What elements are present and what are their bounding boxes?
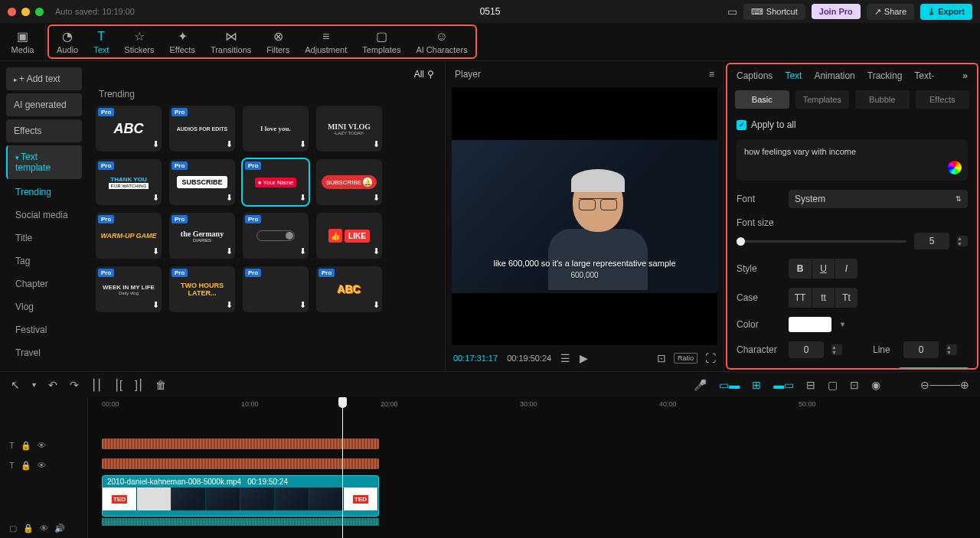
line-value[interactable]: 0 (903, 341, 939, 358)
sidebar-title[interactable]: Title (6, 228, 82, 248)
crop-icon[interactable]: ⊡ (657, 352, 666, 364)
download-icon[interactable]: ⬇ (226, 193, 233, 203)
text-track-2-header[interactable]: T🔒👁 (0, 455, 87, 475)
template-card-8[interactable]: ProWARM-UP GAME⬇ (96, 213, 162, 259)
subtab-templates[interactable]: Templates (795, 90, 850, 109)
tab-audio[interactable]: ◔Audio (49, 26, 86, 57)
save-preset-button[interactable]: Save as preset (898, 367, 969, 368)
sidebar-festival[interactable]: Festival (6, 320, 82, 340)
timeline-ruler[interactable]: 00:00 10:00 20:00 30:00 40:00 50:00 (88, 397, 980, 412)
play-button[interactable]: ▶ (580, 352, 588, 364)
share-button[interactable]: ↗Share (867, 4, 914, 20)
character-value[interactable]: 0 (789, 341, 824, 358)
download-icon[interactable]: ⬇ (152, 246, 159, 256)
text-content-input[interactable]: how feelings vary with income (737, 139, 968, 181)
filter-all[interactable]: All⚲ (414, 69, 434, 80)
tab-templates[interactable]: ▢Templates (354, 26, 408, 57)
download-icon[interactable]: ⬇ (299, 139, 306, 149)
split-right-tool[interactable]: ]⎮ (135, 379, 143, 391)
ratio-button[interactable]: Ratio (674, 353, 697, 364)
color-wheel-icon[interactable] (948, 161, 962, 174)
fullscreen-icon[interactable]: ⛶ (705, 352, 716, 364)
download-icon[interactable]: ⬇ (373, 300, 380, 310)
character-stepper[interactable]: ▲▼ (831, 344, 842, 355)
template-card-2[interactable]: I love you.⬇ (243, 106, 309, 152)
download-icon[interactable]: ⬇ (152, 139, 159, 149)
minimize-window[interactable] (21, 8, 30, 16)
pointer-dropdown[interactable]: ▾ (32, 380, 36, 389)
sidebar-travel[interactable]: Travel (6, 343, 82, 363)
undo-button[interactable]: ↶ (48, 379, 57, 391)
export-button[interactable]: ⤓Export (920, 4, 972, 20)
tab-ai-characters[interactable]: ☺AI Characters (408, 26, 475, 57)
download-icon[interactable]: ⬇ (299, 300, 306, 310)
subtab-basic[interactable]: Basic (735, 90, 789, 109)
tab-text-inspector[interactable]: Text (785, 70, 802, 81)
snap-icon[interactable]: ▬▭ (773, 379, 794, 391)
template-card-9[interactable]: Prothe GermanyDIARIES⬇ (169, 213, 235, 259)
tab-animation[interactable]: Animation (814, 70, 854, 81)
apply-all-checkbox[interactable]: ✓ (737, 120, 746, 130)
case-upper[interactable]: TT (789, 288, 812, 308)
subtab-bubble[interactable]: Bubble (855, 90, 910, 109)
player-menu-icon[interactable]: ≡ (709, 69, 714, 80)
track-toggle-icon[interactable]: ◉ (871, 379, 880, 391)
playhead[interactable] (342, 397, 343, 538)
delete-tool[interactable]: 🗑 (155, 379, 166, 391)
tab-text-more[interactable]: Text- (914, 70, 934, 81)
tab-effects[interactable]: ✦Effects (162, 26, 202, 57)
italic-button[interactable]: I (835, 259, 858, 279)
tab-media[interactable]: ▣ Media (0, 23, 46, 60)
audio-waveform[interactable] (102, 518, 379, 526)
tab-overflow-icon[interactable]: » (962, 70, 968, 81)
template-card-14[interactable]: Pro⬇ (243, 266, 309, 312)
download-icon[interactable]: ⬇ (226, 300, 233, 310)
zoom-fit-icon[interactable]: ⊡ (850, 379, 859, 391)
template-card-4[interactable]: ProTHANK YOUFOR WATCHING⬇ (96, 159, 162, 205)
download-icon[interactable]: ⬇ (152, 193, 159, 203)
case-lower[interactable]: tt (812, 288, 835, 308)
ai-generated-button[interactable]: AI generated (6, 93, 82, 116)
sidebar-tag[interactable]: Tag (6, 251, 82, 271)
join-pro-button[interactable]: Join Pro (812, 4, 861, 19)
link-icon[interactable]: ⊞ (752, 379, 761, 391)
subtab-effects[interactable]: Effects (916, 90, 970, 109)
sidebar-trending[interactable]: Trending (6, 182, 82, 202)
fontsize-stepper[interactable]: ▲▼ (957, 236, 968, 246)
sidebar-social[interactable]: Social media (6, 205, 82, 225)
case-title[interactable]: Tt (835, 288, 858, 308)
sidebar-chapter[interactable]: Chapter (6, 274, 82, 294)
download-icon[interactable]: ⬇ (373, 139, 380, 149)
tab-tracking[interactable]: Tracking (867, 70, 903, 81)
color-dropdown-icon[interactable]: ▼ (839, 321, 846, 328)
magnet-icon[interactable]: ▭▬ (719, 379, 740, 391)
template-card-15[interactable]: ProABC⬇ (316, 266, 382, 312)
tab-stickers[interactable]: ☆Stickers (116, 26, 162, 57)
text-track-1-header[interactable]: T🔒👁 (0, 435, 87, 455)
download-icon[interactable]: ⬇ (226, 246, 233, 256)
split-tool[interactable]: ⎮⎮ (91, 379, 102, 391)
font-select[interactable]: System⇅ (789, 190, 968, 208)
video-clip[interactable]: 2010-daniel-kahneman-008-5000k.mp4 00:19… (102, 475, 379, 517)
list-view-icon[interactable]: ☰ (560, 352, 570, 364)
split-left-tool[interactable]: ⎮[ (114, 379, 122, 391)
bold-button[interactable]: B (789, 259, 812, 279)
text-track-1-clip[interactable] (102, 439, 379, 449)
template-card-5[interactable]: ProSUBSCRIBE⬇ (169, 159, 235, 205)
tab-adjustment[interactable]: ≡Adjustment (297, 26, 354, 57)
tab-captions[interactable]: Captions (737, 70, 773, 81)
template-card-1[interactable]: ProAUDIOS FOR EDITS⬇ (169, 106, 235, 152)
download-icon[interactable]: ⬇ (299, 193, 306, 203)
pointer-tool[interactable]: ↖ (11, 379, 20, 391)
template-card-3[interactable]: MINI VLOG-LAZY TODAY-⬇ (316, 106, 382, 152)
timeline-body[interactable]: 00:00 10:00 20:00 30:00 40:00 50:00 2010… (88, 397, 980, 538)
text-track-2-clip[interactable] (102, 458, 379, 469)
redo-button[interactable]: ↷ (70, 379, 79, 391)
tab-text[interactable]: TText (86, 26, 116, 57)
maximize-window[interactable] (35, 8, 44, 16)
template-card-10[interactable]: Pro⬇ (243, 213, 309, 259)
template-card-7[interactable]: SUBSCRIBE🔔⬇ (316, 159, 382, 205)
line-stepper[interactable]: ▲▼ (946, 344, 957, 355)
tab-filters[interactable]: ⊗Filters (259, 26, 297, 57)
text-template-button[interactable]: ▾Text template (6, 145, 82, 179)
